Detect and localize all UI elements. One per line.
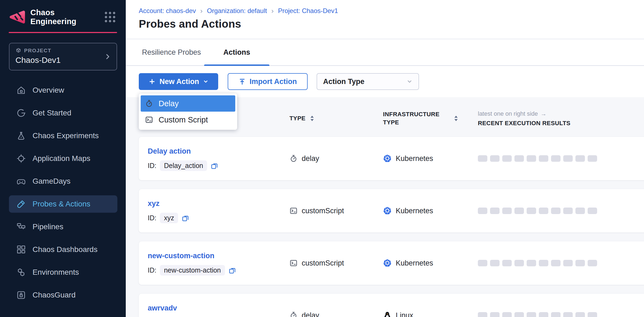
sidebar-item-gamedays[interactable]: GameDays [9, 173, 117, 190]
sort-icon[interactable] [454, 115, 458, 122]
breadcrumb-link[interactable]: Account: chaos-dev [139, 7, 196, 15]
sidebar-nav: OverviewGet StartedChaos ExperimentsAppl… [0, 82, 126, 309]
sidebar-item-label: Probes & Actions [33, 200, 90, 208]
id-label: ID: [148, 162, 156, 170]
project-label-row: PROJECT [15, 48, 111, 54]
sidebar-item-chaos-experiments[interactable]: Chaos Experiments [9, 127, 117, 144]
page-title: Probes and Actions [139, 18, 644, 30]
menu-item-delay[interactable]: Delay [141, 95, 235, 112]
sidebar-item-label: Application Maps [33, 154, 90, 163]
tab-resilience-probes[interactable]: Resilience Probes [139, 39, 204, 65]
execution-result-placeholder [478, 260, 487, 266]
breadcrumb-separator: › [271, 7, 274, 14]
new-action-label: New Action [159, 77, 199, 86]
sort-icon[interactable] [310, 115, 314, 122]
action-type-cell: customScript [289, 259, 383, 267]
execution-result-placeholder [563, 155, 573, 162]
execution-result-placeholder [502, 312, 512, 317]
action-type-cell: delay [289, 311, 383, 317]
id-label: ID: [148, 214, 156, 222]
action-name-link[interactable]: xyz [148, 199, 160, 208]
toolbar: New Action Import Action Action Type [126, 66, 644, 97]
execution-result-placeholder [551, 260, 561, 266]
execution-result-placeholder [588, 260, 597, 266]
infrastructure-cell: Kubernetes [383, 259, 478, 267]
sidebar-item-chaos-dashboards[interactable]: Chaos Dashboards [9, 241, 117, 258]
recent-results-cell [478, 312, 644, 317]
sidebar-item-probes-and-actions[interactable]: Probes & Actions [9, 195, 117, 213]
execution-result-placeholder [490, 208, 500, 214]
recent-results-cell [478, 155, 644, 162]
kubernetes-icon [383, 154, 392, 163]
cube-icon [15, 48, 21, 54]
project-name: Chaos-Dev1 [15, 56, 111, 65]
kubernetes-icon [383, 206, 392, 215]
execution-result-placeholder [527, 208, 536, 214]
chevron-down-icon [203, 79, 208, 84]
sidebar-item-get-started[interactable]: Get Started [9, 104, 117, 122]
sidebar-item-environments[interactable]: Environments [9, 264, 117, 281]
execution-result-placeholder [563, 208, 573, 214]
sidebar-item-label: Chaos Experiments [33, 131, 99, 140]
infrastructure-cell: Linux [383, 311, 478, 317]
sidebar-item-pipelines[interactable]: Pipelines [9, 218, 117, 235]
execution-result-placeholder [575, 155, 585, 162]
action-name-link[interactable]: Delay action [148, 147, 191, 156]
breadcrumb-separator: › [200, 7, 203, 14]
main-content: Account: chaos-dev›Organization: default… [126, 0, 644, 317]
terminal-icon [289, 207, 298, 215]
copy-icon[interactable] [228, 267, 236, 274]
action-id-value: xyz [160, 213, 178, 223]
new-action-button[interactable]: New Action [139, 73, 218, 90]
infrastructure-cell: Kubernetes [383, 206, 478, 215]
tab-bar: Resilience ProbesActions [126, 39, 644, 66]
action-id-row: ID:new-custom-action [148, 265, 289, 276]
sidebar-item-application-maps[interactable]: Application Maps [9, 150, 117, 167]
sidebar-item-chaosguard[interactable]: ChaosGuard [9, 286, 117, 304]
sidebar-item-label: Pipelines [33, 222, 63, 231]
actions-table: TYPE INFRASTRUCTURE TYPE latest one on r… [126, 97, 644, 317]
results-column-header: latest one on right side → RECENT EXECUT… [478, 110, 644, 127]
recent-results-cell [478, 208, 644, 214]
plus-icon [149, 78, 156, 85]
project-selector[interactable]: PROJECT Chaos-Dev1 [9, 43, 117, 70]
action-name-link[interactable]: awrvadv [148, 304, 177, 312]
action-id-row: ID:xyz [148, 213, 289, 223]
execution-result-placeholder [490, 312, 500, 317]
sidebar-item-overview[interactable]: Overview [9, 82, 117, 99]
execution-result-placeholder [539, 312, 548, 317]
execution-result-placeholder [575, 312, 585, 317]
execution-result-placeholder [575, 208, 585, 214]
chevron-right-icon [104, 53, 111, 60]
action-name-cell: Delay actionID:Delay_action [148, 137, 289, 171]
copy-icon[interactable] [182, 214, 189, 222]
action-name-link[interactable]: new-custom-action [148, 252, 214, 260]
apps-grid-icon[interactable] [104, 11, 116, 23]
type-column-header: TYPE [289, 115, 383, 122]
execution-result-placeholder [563, 312, 573, 317]
tab-actions[interactable]: Actions [204, 39, 269, 65]
breadcrumb-link[interactable]: Organization: default [207, 7, 267, 15]
menu-item-custom-script[interactable]: Custom Script [141, 112, 235, 128]
execution-result-placeholder [478, 155, 487, 162]
sidebar-item-label: Overview [33, 86, 64, 95]
stopwatch-icon [289, 311, 298, 317]
action-row: xyzID:xyzcustomScriptKubernetes [139, 189, 644, 232]
breadcrumb-link[interactable]: Project: Chaos-Dev1 [278, 7, 338, 15]
action-name-cell: xyzID:xyz [148, 189, 289, 223]
action-name-cell: new-custom-actionID:new-custom-action [148, 241, 289, 276]
execution-result-placeholder [551, 155, 561, 162]
execution-result-placeholder [539, 208, 548, 214]
execution-result-placeholder [575, 260, 585, 266]
action-row: new-custom-actionID:new-custom-actioncus… [139, 241, 644, 285]
action-type-cell: delay [289, 154, 383, 163]
execution-result-placeholder [514, 312, 524, 317]
chaos-logo-icon [8, 8, 27, 27]
kubernetes-icon [383, 259, 392, 267]
import-action-button[interactable]: Import Action [228, 73, 308, 90]
copy-icon[interactable] [211, 162, 218, 170]
action-type-filter[interactable]: Action Type [317, 73, 419, 90]
id-label: ID: [148, 266, 156, 274]
test-tube-icon [16, 199, 26, 209]
import-action-label: Import Action [250, 77, 297, 86]
